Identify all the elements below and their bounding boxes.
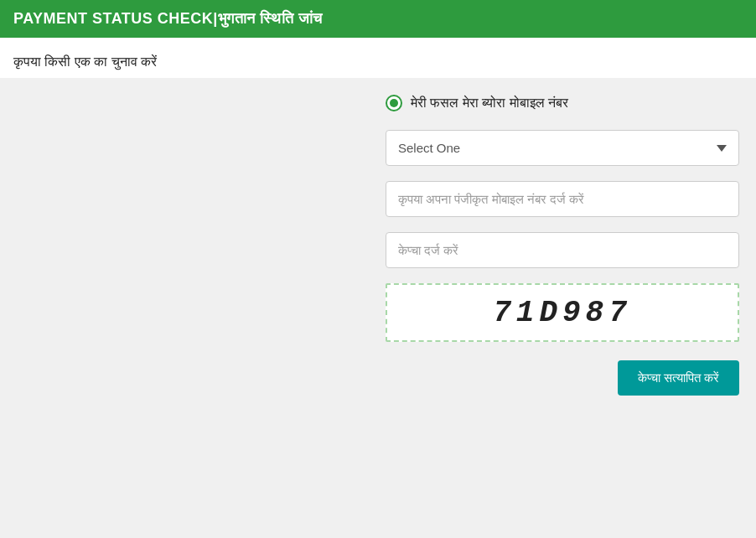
captcha-input[interactable] <box>386 232 739 268</box>
header-title: PAYMENT STATUS CHECK|भुगतान स्थिति जांच <box>13 10 323 27</box>
main-content: मेरी फसल मेरा ब्योरा मोबाइल नंबर Select … <box>0 78 756 538</box>
captcha-value: 71D987 <box>493 296 632 330</box>
radio-selected-indicator <box>390 99 398 107</box>
form-panel: मेरी फसल मेरा ब्योरा मोबाइल नंबर Select … <box>386 95 739 396</box>
radio-label: मेरी फसल मेरा ब्योरा मोबाइल नंबर <box>411 96 568 111</box>
subtitle-text: कृपया किसी एक का चुनाव करें <box>13 54 157 69</box>
page-header: PAYMENT STATUS CHECK|भुगतान स्थिति जांच <box>0 0 756 38</box>
radio-button[interactable] <box>386 95 402 111</box>
subtitle-section: कृपया किसी एक का चुनाव करें <box>0 38 756 78</box>
select-dropdown[interactable]: Select One <box>386 130 739 166</box>
select-wrapper: Select One <box>386 130 739 166</box>
mobile-input[interactable] <box>386 181 739 217</box>
radio-option[interactable]: मेरी फसल मेरा ब्योरा मोबाइल नंबर <box>386 95 739 111</box>
captcha-image: 71D987 <box>386 283 739 342</box>
verify-button[interactable]: केप्चा सत्यापित करें <box>618 360 739 396</box>
